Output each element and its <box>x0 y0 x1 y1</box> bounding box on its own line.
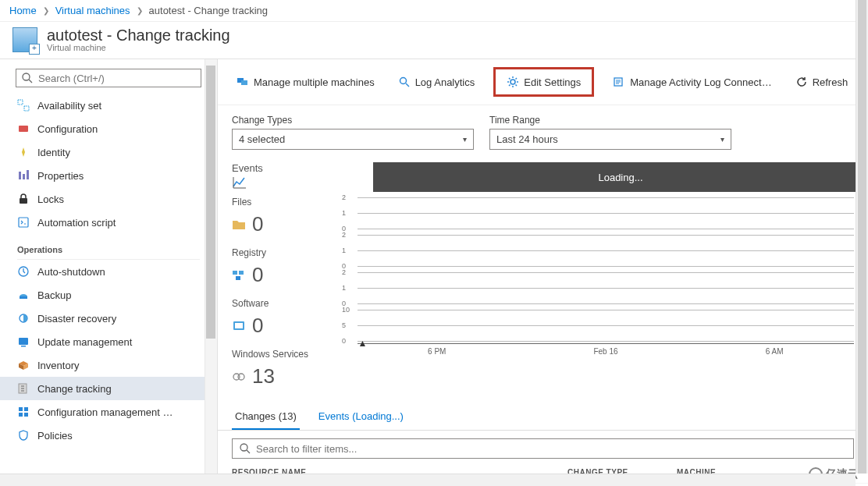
sidebar: « Availability set Configuration Identit… <box>0 59 218 486</box>
sidebar-item-policies[interactable]: Policies <box>0 424 217 447</box>
svg-rect-19 <box>24 413 28 417</box>
event-row-label: Registry <box>232 247 314 258</box>
sidebar-item-label: Auto-shutdown <box>37 266 105 278</box>
table-search[interactable] <box>232 438 854 459</box>
sidebar-item-label: Update management <box>37 336 132 348</box>
svg-rect-6 <box>23 174 25 179</box>
main-panel: Manage multiple machines Log Analytics E… <box>218 59 868 486</box>
time-range-dropdown[interactable]: Last 24 hours ▾ <box>489 129 731 150</box>
config-mgmt-icon <box>17 406 30 418</box>
window-horizontal-scrollbar[interactable] <box>0 474 856 486</box>
event-count: 0 <box>252 314 263 338</box>
edit-settings-button[interactable]: Edit Settings <box>493 67 594 97</box>
ytick: 2 <box>342 193 346 201</box>
mini-chart-files: 2 1 0 <box>318 195 854 231</box>
folder-icon <box>232 218 246 231</box>
events-area: Events Files 0 Registry 0 Software 0 W <box>218 153 868 399</box>
sidebar-search-input[interactable] <box>38 73 196 84</box>
ytick: 0 <box>342 337 346 345</box>
toolbar-label: Log Analytics <box>415 76 475 88</box>
mini-chart-software: 2 1 0 <box>318 270 854 306</box>
automation-script-icon <box>17 216 30 229</box>
refresh-button[interactable]: Refresh <box>791 73 853 91</box>
page-title: autotest - Change tracking <box>47 27 230 44</box>
sidebar-item-label: Change tracking <box>37 383 112 395</box>
chevron-down-icon: ▾ <box>720 135 724 144</box>
svg-point-32 <box>238 374 244 380</box>
refresh-icon <box>795 76 808 88</box>
sidebar-list: Availability set Configuration Identity … <box>0 94 217 486</box>
sidebar-item-update-management[interactable]: Update management <box>0 330 217 353</box>
svg-rect-7 <box>27 170 29 179</box>
change-types-dropdown[interactable]: 4 selected ▾ <box>232 129 474 150</box>
sidebar-search[interactable] <box>16 69 201 87</box>
search-icon <box>398 76 411 88</box>
registry-icon <box>232 269 246 282</box>
svg-rect-11 <box>20 296 27 299</box>
chevron-right-icon: ❯ <box>137 6 143 15</box>
breadcrumb-home[interactable]: Home <box>9 5 37 16</box>
event-row-label: Files <box>232 197 314 208</box>
events-title: Events <box>232 162 314 174</box>
xtick: 6 PM <box>428 347 446 356</box>
dropdown-value: 4 selected <box>239 133 285 145</box>
sidebar-item-label: Disaster recovery <box>37 313 116 325</box>
properties-icon <box>17 169 30 182</box>
charts-column: Loading... 2 1 0 2 1 0 2 1 <box>318 162 868 399</box>
svg-rect-16 <box>19 407 23 411</box>
breadcrumb: Home ❯ Virtual machines ❯ autotest - Cha… <box>0 0 868 22</box>
sidebar-item-auto-shutdown[interactable]: Auto-shutdown <box>0 260 217 283</box>
sidebar-item-inventory[interactable]: Inventory <box>0 353 217 377</box>
xtick: 6 AM <box>766 347 784 356</box>
sidebar-item-backup[interactable]: Backup <box>0 283 217 307</box>
chevron-right-icon: ❯ <box>43 6 49 15</box>
sidebar-item-config-management[interactable]: Configuration management … <box>0 400 217 424</box>
log-analytics-button[interactable]: Log Analytics <box>393 73 480 91</box>
sidebar-item-availability-set[interactable]: Availability set <box>0 94 217 117</box>
sidebar-item-locks[interactable]: Locks <box>0 187 217 211</box>
svg-rect-8 <box>20 198 27 204</box>
ytick: 1 <box>342 209 346 217</box>
window-vertical-scrollbar[interactable] <box>856 0 868 474</box>
loading-indicator: Loading... <box>373 162 868 192</box>
svg-rect-27 <box>239 271 244 275</box>
svg-rect-30 <box>235 323 243 328</box>
sidebar-item-label: Automation script <box>37 217 116 229</box>
tab-events[interactable]: Events (Loading...) <box>315 404 407 430</box>
sidebar-item-identity[interactable]: Identity <box>0 140 217 164</box>
sidebar-item-configuration[interactable]: Configuration <box>0 117 217 140</box>
sidebar-item-automation-script[interactable]: Automation script <box>0 211 217 234</box>
manage-activity-log-button[interactable]: Manage Activity Log Connect… <box>608 73 776 91</box>
svg-rect-13 <box>19 338 28 345</box>
sidebar-group-operations: Operations <box>0 234 217 259</box>
sidebar-scrollbar[interactable] <box>205 59 217 486</box>
ytick: 1 <box>342 284 346 292</box>
toolbar-label: Edit Settings <box>524 76 581 88</box>
gear-icon <box>507 76 519 88</box>
sidebar-item-properties[interactable]: Properties <box>0 164 217 187</box>
sidebar-scrollbar-thumb[interactable] <box>206 66 215 339</box>
software-icon <box>232 320 246 332</box>
xtick: Feb 16 <box>593 347 617 356</box>
chart-icon <box>232 176 247 190</box>
svg-line-34 <box>247 450 250 453</box>
manage-multiple-machines-button[interactable]: Manage multiple machines <box>232 73 379 91</box>
result-tabs: Changes (13) Events (Loading...) <box>218 404 868 431</box>
event-count: 0 <box>252 263 263 287</box>
time-range-label: Time Range <box>489 115 731 126</box>
services-icon <box>232 371 246 383</box>
sidebar-item-change-tracking[interactable]: Change tracking <box>0 377 217 400</box>
ytick: 2 <box>342 268 346 276</box>
tab-changes[interactable]: Changes (13) <box>232 404 300 430</box>
update-management-icon <box>17 335 30 348</box>
toolbar: Manage multiple machines Log Analytics E… <box>218 59 868 105</box>
inventory-icon <box>17 359 30 371</box>
change-types-label: Change Types <box>232 115 474 126</box>
sidebar-item-label: Identity <box>37 147 70 158</box>
search-icon <box>239 442 251 455</box>
sidebar-item-disaster-recovery[interactable]: Disaster recovery <box>0 307 217 330</box>
breadcrumb-vms[interactable]: Virtual machines <box>55 5 130 16</box>
availability-set-icon <box>17 99 30 112</box>
table-search-input[interactable] <box>256 443 847 455</box>
scrollbar-thumb[interactable] <box>858 0 866 474</box>
